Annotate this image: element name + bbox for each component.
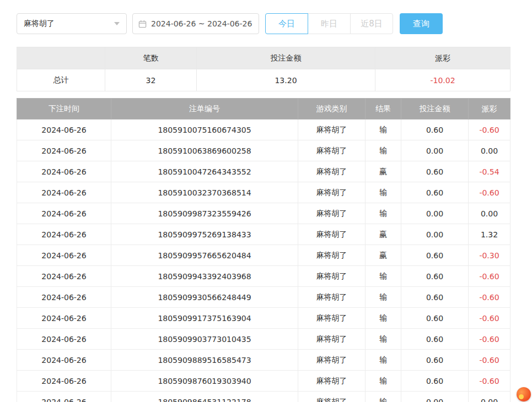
cell-bet-time: 2024-06-26 bbox=[17, 392, 111, 402]
cell-game-type: 麻将胡了 bbox=[298, 308, 366, 329]
cell-game-type: 麻将胡了 bbox=[298, 371, 366, 392]
cell-order-id: 1805909957665620484 bbox=[111, 245, 298, 266]
cell-payout: 0.00 bbox=[469, 392, 510, 402]
customer-service-float-icon[interactable] bbox=[517, 387, 531, 401]
cell-game-type: 麻将胡了 bbox=[298, 329, 366, 350]
cell-result: 输 bbox=[366, 182, 401, 203]
cell-payout: -0.60 bbox=[469, 266, 510, 287]
cell-order-id: 1805909943392403968 bbox=[111, 266, 298, 287]
table-row: 2024-06-261805910063869600258麻将胡了输0.000.… bbox=[17, 140, 510, 161]
cell-bet-amount: 0.60 bbox=[401, 161, 469, 182]
cell-result: 输 bbox=[366, 266, 401, 287]
cell-result: 输 bbox=[366, 329, 401, 350]
column-header-cell-game-type: 游戏类别 bbox=[298, 99, 366, 119]
cell-payout: -0.60 bbox=[469, 287, 510, 308]
cell-bet-amount: 0.60 bbox=[401, 182, 469, 203]
quick-button-yesterday[interactable]: 昨日 bbox=[308, 13, 351, 34]
table-row: 2024-06-261805909987323559426麻将胡了输0.000.… bbox=[17, 203, 510, 224]
cell-bet-amount: 0.60 bbox=[401, 119, 469, 140]
summary-header-bet-amount: 投注金额 bbox=[197, 47, 375, 69]
cell-result: 输 bbox=[366, 119, 401, 140]
game-select-value: 麻将胡了 bbox=[24, 19, 55, 29]
cell-game-type: 麻将胡了 bbox=[298, 224, 366, 245]
cell-game-type: 麻将胡了 bbox=[298, 392, 366, 402]
column-header-cell-bet-amount: 投注金额 bbox=[401, 99, 469, 119]
cell-order-id: 1805910047264343552 bbox=[111, 161, 298, 182]
cell-result: 输 bbox=[366, 287, 401, 308]
cell-game-type: 麻将胡了 bbox=[298, 140, 366, 161]
cell-bet-time: 2024-06-26 bbox=[17, 350, 111, 371]
cell-payout: -0.60 bbox=[469, 329, 510, 350]
cell-result: 输 bbox=[366, 371, 401, 392]
cell-order-id: 1805909930566248449 bbox=[111, 287, 298, 308]
table-row: 2024-06-261805909876019303940麻将胡了输0.60-0… bbox=[17, 371, 510, 392]
summary-header-blank bbox=[17, 47, 105, 69]
cell-bet-amount: 0.00 bbox=[401, 392, 469, 402]
chevron-down-icon bbox=[114, 22, 120, 25]
calendar-icon bbox=[138, 20, 147, 28]
date-range-picker[interactable]: 2024-06-26 ~ 2024-06-26 bbox=[132, 13, 259, 34]
cell-order-id: 1805909917375163904 bbox=[111, 308, 298, 329]
cell-payout: -0.60 bbox=[469, 371, 510, 392]
quick-button-today[interactable]: 今日 bbox=[265, 13, 308, 34]
cell-bet-time: 2024-06-26 bbox=[17, 329, 111, 350]
cell-order-id: 1805910032370368514 bbox=[111, 182, 298, 203]
cell-bet-amount: 0.00 bbox=[401, 140, 469, 161]
summary-header-row: 笔数 投注金额 派彩 bbox=[17, 47, 510, 69]
game-select[interactable]: 麻将胡了 bbox=[17, 13, 127, 34]
table-row: 2024-06-261805910032370368514麻将胡了输0.60-0… bbox=[17, 182, 510, 203]
summary-header-payout: 派彩 bbox=[375, 47, 510, 69]
cell-game-type: 麻将胡了 bbox=[298, 182, 366, 203]
query-button[interactable]: 查询 bbox=[400, 13, 443, 34]
summary-total-bet-amount: 13.20 bbox=[197, 69, 375, 91]
summary-total-payout: -10.02 bbox=[375, 69, 510, 91]
summary-total-row: 总计 32 13.20 -10.02 bbox=[17, 69, 510, 91]
cell-bet-amount: 0.60 bbox=[401, 287, 469, 308]
cell-bet-time: 2024-06-26 bbox=[17, 287, 111, 308]
cell-payout: -0.30 bbox=[469, 245, 510, 266]
summary-table: 笔数 投注金额 派彩 总计 32 13.20 -10.02 bbox=[17, 47, 510, 91]
cell-order-id: 1805909987323559426 bbox=[111, 203, 298, 224]
date-range-value: 2024-06-26 ~ 2024-06-26 bbox=[151, 19, 252, 28]
cell-result: 赢 bbox=[366, 245, 401, 266]
cell-payout: -0.60 bbox=[469, 308, 510, 329]
cell-bet-time: 2024-06-26 bbox=[17, 182, 111, 203]
cell-bet-amount: 0.00 bbox=[401, 203, 469, 224]
cell-bet-time: 2024-06-26 bbox=[17, 203, 111, 224]
cell-order-id: 1805909889516585473 bbox=[111, 350, 298, 371]
table-row: 2024-06-261805909889516585473麻将胡了输0.60-0… bbox=[17, 350, 510, 371]
cell-bet-amount: 0.60 bbox=[401, 308, 469, 329]
column-header-cell-payout: 派彩 bbox=[469, 99, 510, 119]
summary-total-label: 总计 bbox=[17, 69, 105, 91]
table-row: 2024-06-261805909975269138433麻将胡了赢0.001.… bbox=[17, 224, 510, 245]
cell-bet-time: 2024-06-26 bbox=[17, 266, 111, 287]
cell-payout: 0.00 bbox=[469, 140, 510, 161]
filter-bar: 麻将胡了 2024-06-26 ~ 2024-06-26 今日昨日近8日 查询 bbox=[17, 13, 510, 34]
cell-payout: -0.60 bbox=[469, 350, 510, 371]
cell-bet-time: 2024-06-26 bbox=[17, 140, 111, 161]
cell-payout: 0.00 bbox=[469, 203, 510, 224]
quick-button-last8days[interactable]: 近8日 bbox=[350, 13, 393, 34]
cell-order-id: 1805910075160674305 bbox=[111, 119, 298, 140]
cell-bet-time: 2024-06-26 bbox=[17, 119, 111, 140]
cell-payout: -0.60 bbox=[469, 119, 510, 140]
cell-payout: -0.60 bbox=[469, 182, 510, 203]
cell-result: 输 bbox=[366, 203, 401, 224]
cell-order-id: 1805909876019303940 bbox=[111, 371, 298, 392]
cell-game-type: 麻将胡了 bbox=[298, 203, 366, 224]
table-row: 2024-06-261805909943392403968麻将胡了输0.60-0… bbox=[17, 266, 510, 287]
cell-game-type: 麻将胡了 bbox=[298, 161, 366, 182]
table-row: 2024-06-261805910047264343552麻将胡了赢0.60-0… bbox=[17, 161, 510, 182]
cell-result: 输 bbox=[366, 140, 401, 161]
cell-bet-amount: 0.00 bbox=[401, 224, 469, 245]
cell-game-type: 麻将胡了 bbox=[298, 245, 366, 266]
records-table: 下注时间注单编号游戏类别结果投注金额派彩 2024-06-26180591007… bbox=[17, 98, 510, 402]
column-header-cell-result: 结果 bbox=[366, 99, 401, 119]
cell-payout: 1.32 bbox=[469, 224, 510, 245]
cell-bet-time: 2024-06-26 bbox=[17, 224, 111, 245]
cell-result: 输 bbox=[366, 392, 401, 402]
cell-result: 输 bbox=[366, 308, 401, 329]
cell-order-id: 1805910063869600258 bbox=[111, 140, 298, 161]
table-row: 2024-06-261805909957665620484麻将胡了赢0.60-0… bbox=[17, 245, 510, 266]
cell-order-id: 1805909903773010435 bbox=[111, 329, 298, 350]
